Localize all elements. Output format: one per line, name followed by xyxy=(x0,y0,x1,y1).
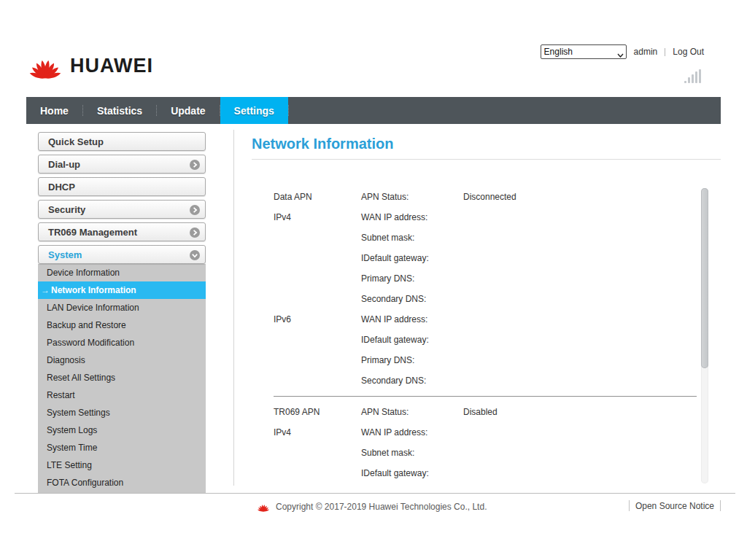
section-divider xyxy=(274,396,697,397)
sidebar-item-network-information[interactable]: →Network Information xyxy=(38,281,206,299)
main-nav: Home Statistics Update Settings xyxy=(26,97,721,124)
page-title: Network Information xyxy=(252,136,721,152)
table-row: Primary DNS: xyxy=(252,350,697,370)
router-admin-page: HUAWEI English admin Log Out Home Statis… xyxy=(0,0,747,560)
table-row: Data APN APN Status: Disconnected xyxy=(252,187,697,207)
nav-tab-update[interactable]: Update xyxy=(157,97,219,124)
signal-strength-icon xyxy=(684,69,701,83)
table-row: IDefault gateway: xyxy=(252,463,697,483)
title-rule xyxy=(252,159,721,160)
sidebar-item-dial-up[interactable]: Dial-up xyxy=(38,155,206,174)
nav-tab-statistics[interactable]: Statistics xyxy=(83,97,156,124)
nav-tab-home[interactable]: Home xyxy=(26,97,82,124)
copyright-text: Copyright © 2017-2019 Huawei Technologie… xyxy=(276,502,487,512)
sidebar-item-tr069-management[interactable]: TR069 Management xyxy=(38,222,206,241)
sidebar-item-fota-configuration[interactable]: FOTA Configuration xyxy=(38,474,206,491)
sidebar-item-system-time[interactable]: System Time xyxy=(38,439,206,456)
table-row: IPv4 WAN IP address: xyxy=(252,422,697,443)
brand: HUAWEI xyxy=(28,51,153,80)
huawei-footer-logo-icon xyxy=(257,502,270,512)
sidebar: Quick Setup Dial-up DHCP Security TR069 … xyxy=(38,132,206,493)
table-row: Secondary DNS: xyxy=(252,370,697,391)
divider xyxy=(629,500,630,511)
footer-copyright: Copyright © 2017-2019 Huawei Technologie… xyxy=(257,502,487,512)
table-row: IDefault gateway: xyxy=(252,248,697,268)
network-info-table: Data APN APN Status: Disconnected IPv4 W… xyxy=(252,187,697,483)
open-source-notice-link[interactable]: Open Source Notice xyxy=(635,501,714,511)
sidebar-item-lan-device-information[interactable]: LAN Device Information xyxy=(38,299,206,316)
table-row: IDefault gateway: xyxy=(252,330,697,350)
sidebar-content-divider xyxy=(233,130,234,486)
chevron-right-icon xyxy=(190,228,200,238)
nav-tab-settings[interactable]: Settings xyxy=(220,97,288,124)
huawei-logo-icon xyxy=(28,51,63,80)
nav-separator xyxy=(288,105,289,116)
system-submenu: Device Information →Network Information … xyxy=(38,264,206,493)
sidebar-item-dhcp[interactable]: DHCP xyxy=(38,177,206,196)
selected-arrow-icon: → xyxy=(41,285,50,295)
scrollbar-thumb[interactable] xyxy=(701,188,708,368)
table-row: Secondary DNS: xyxy=(252,289,697,309)
divider xyxy=(665,48,665,56)
sidebar-item-system-settings[interactable]: System Settings xyxy=(38,404,206,421)
apn-status-value: Disconnected xyxy=(463,192,697,202)
brand-name: HUAWEI xyxy=(70,55,153,77)
language-select-control[interactable]: English xyxy=(541,44,627,59)
sidebar-item-backup-and-restore[interactable]: Backup and Restore xyxy=(38,316,206,334)
logout-link[interactable]: Log Out xyxy=(673,47,704,57)
table-row: TR069 APN APN Status: Disabled xyxy=(252,402,697,422)
table-row: IPv4 WAN IP address: xyxy=(252,207,697,228)
sidebar-item-diagnosis[interactable]: Diagnosis xyxy=(38,351,206,369)
username: admin xyxy=(634,47,658,57)
sidebar-item-password-modification[interactable]: Password Modification xyxy=(38,334,206,351)
table-row: IPv6 WAN IP address: xyxy=(252,309,697,330)
sidebar-item-reset-all-settings[interactable]: Reset All Settings xyxy=(38,369,206,386)
sidebar-item-security[interactable]: Security xyxy=(38,200,206,219)
table-row: Primary DNS: xyxy=(252,268,697,289)
footer-links: Open Source Notice xyxy=(629,500,721,511)
sidebar-item-quick-setup[interactable]: Quick Setup xyxy=(38,132,206,151)
apn-status-value: Disabled xyxy=(463,407,697,417)
content-header: Network Information xyxy=(252,136,721,160)
sidebar-item-lte-setting[interactable]: LTE Setting xyxy=(38,456,206,474)
content-scrollbar[interactable] xyxy=(701,188,708,483)
table-row: Subnet mask: xyxy=(252,443,697,463)
header-user-area: English admin Log Out xyxy=(541,44,704,59)
chevron-right-icon xyxy=(190,205,200,215)
divider xyxy=(720,500,721,511)
footer-divider xyxy=(15,493,735,494)
chevron-down-icon xyxy=(190,250,200,260)
chevron-right-icon xyxy=(190,160,200,170)
language-select[interactable]: English xyxy=(541,44,627,59)
sidebar-item-system[interactable]: System xyxy=(38,245,206,264)
sidebar-item-restart[interactable]: Restart xyxy=(38,386,206,404)
table-row: Subnet mask: xyxy=(252,228,697,248)
sidebar-item-device-information[interactable]: Device Information xyxy=(38,264,206,281)
sidebar-item-system-logs[interactable]: System Logs xyxy=(38,421,206,439)
